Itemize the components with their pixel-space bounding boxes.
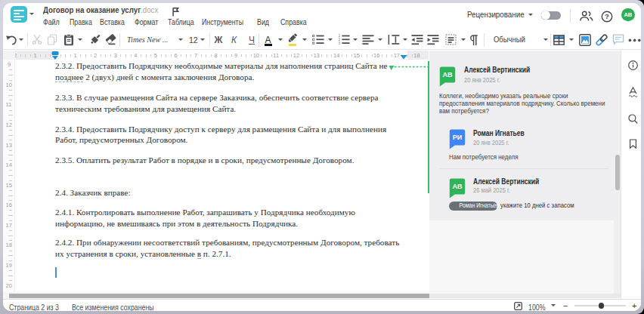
svg-text:?: ? <box>605 12 609 20</box>
svg-text:3: 3 <box>338 42 340 45</box>
